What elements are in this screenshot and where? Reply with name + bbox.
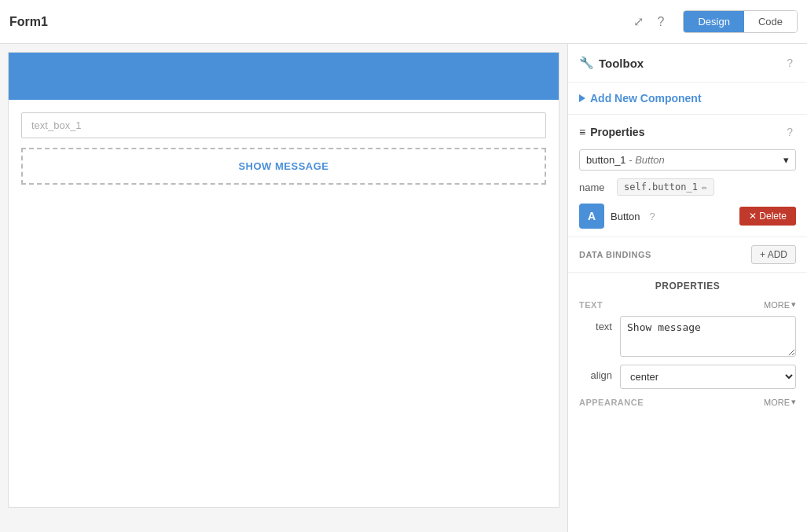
right-panel: 🔧 Toolbox ? Add New Component ≡ Properti… bbox=[567, 44, 807, 532]
text-prop-textarea[interactable]: Show message bbox=[620, 316, 796, 357]
props-panel: PROPERTIES TEXT MORE ▾ text Show message… bbox=[568, 273, 807, 415]
align-prop-row: align left center right bbox=[579, 365, 796, 389]
component-dropdown[interactable]: button_1 - Button ▾ bbox=[579, 149, 796, 171]
data-bindings-section: DATA BINDINGS + ADD bbox=[568, 237, 807, 273]
appearance-section-label-row: APPEARANCE MORE ▾ bbox=[579, 397, 796, 407]
add-binding-button[interactable]: + ADD bbox=[751, 245, 796, 264]
name-value: self.button_1 ✏ bbox=[617, 178, 714, 196]
main-layout: text_box_1 SHOW MESSAGE 🔧 Toolbox ? Add … bbox=[0, 44, 807, 532]
chevron-down-icon: ▾ bbox=[783, 154, 789, 166]
data-bindings-title: DATA BINDINGS bbox=[579, 250, 651, 259]
text-prop-row: text Show message bbox=[579, 316, 796, 357]
form-title: Form1 bbox=[9, 15, 622, 29]
name-row: name self.button_1 ✏ bbox=[579, 178, 796, 196]
top-bar: Form1 ⤢ ? Design Code bbox=[0, 0, 807, 44]
text-box-field[interactable]: text_box_1 bbox=[21, 112, 546, 138]
text-section-more[interactable]: MORE ▾ bbox=[764, 299, 796, 310]
toolbox-title: 🔧 Toolbox bbox=[579, 56, 644, 70]
align-prop-select[interactable]: left center right bbox=[620, 365, 796, 389]
chevron-down-icon-appearance: ▾ bbox=[791, 397, 796, 407]
pencil-icon[interactable]: ✏ bbox=[702, 182, 707, 193]
tab-code[interactable]: Code bbox=[744, 11, 797, 32]
canvas-area: text_box_1 SHOW MESSAGE bbox=[0, 44, 567, 532]
name-value-text: self.button_1 bbox=[624, 182, 698, 193]
component-selector: button_1 - Button ▾ bbox=[579, 149, 796, 171]
text-prop-label: text bbox=[579, 316, 612, 332]
tab-group: Design Code bbox=[683, 10, 798, 33]
align-prop-label: align bbox=[579, 365, 612, 381]
form-canvas: text_box_1 SHOW MESSAGE bbox=[8, 52, 559, 508]
wrench-icon: 🔧 bbox=[579, 56, 594, 70]
appearance-section-more[interactable]: MORE ▾ bbox=[764, 397, 796, 407]
chevron-down-icon-text: ▾ bbox=[791, 299, 796, 310]
data-bindings-header: DATA BINDINGS + ADD bbox=[579, 245, 796, 264]
add-new-component-label: Add New Component bbox=[590, 92, 702, 105]
form-content: text_box_1 SHOW MESSAGE bbox=[9, 100, 559, 197]
toolbox-header: 🔧 Toolbox ? bbox=[568, 44, 807, 83]
component-dropdown-text: button_1 - Button bbox=[586, 154, 665, 166]
component-type-row: A Button ? ✕ Delete bbox=[579, 204, 796, 229]
properties-title: ≡ Properties bbox=[579, 126, 644, 138]
delete-button[interactable]: ✕ Delete bbox=[739, 207, 796, 226]
show-message-button-label: SHOW MESSAGE bbox=[238, 160, 328, 172]
tab-design[interactable]: Design bbox=[684, 11, 743, 32]
toolbox-title-text: Toolbox bbox=[599, 57, 644, 70]
toolbox-help-icon[interactable]: ? bbox=[783, 53, 796, 72]
expand-icon[interactable]: ⤢ bbox=[630, 11, 647, 32]
sliders-icon: ≡ bbox=[579, 126, 585, 138]
component-type-label: Button bbox=[611, 211, 640, 222]
text-section-label-row: TEXT MORE ▾ bbox=[579, 299, 796, 310]
appearance-section-label: APPEARANCE bbox=[579, 398, 644, 407]
properties-header: ≡ Properties ? bbox=[579, 123, 796, 141]
top-bar-icons: ⤢ ? bbox=[630, 11, 668, 32]
properties-section: ≡ Properties ? button_1 - Button ▾ name bbox=[568, 115, 807, 237]
help-icon[interactable]: ? bbox=[655, 12, 668, 32]
add-new-component-row[interactable]: Add New Component bbox=[568, 83, 807, 115]
text-section-label: TEXT bbox=[579, 300, 603, 310]
name-label: name bbox=[579, 182, 611, 193]
triangle-icon bbox=[579, 94, 585, 102]
component-icon: A bbox=[579, 204, 604, 229]
props-panel-title: PROPERTIES bbox=[579, 281, 796, 292]
properties-help-icon[interactable]: ? bbox=[783, 123, 796, 141]
show-message-button[interactable]: SHOW MESSAGE bbox=[21, 148, 546, 185]
component-type-help-icon[interactable]: ? bbox=[650, 211, 655, 222]
form-header-bar bbox=[9, 53, 559, 100]
